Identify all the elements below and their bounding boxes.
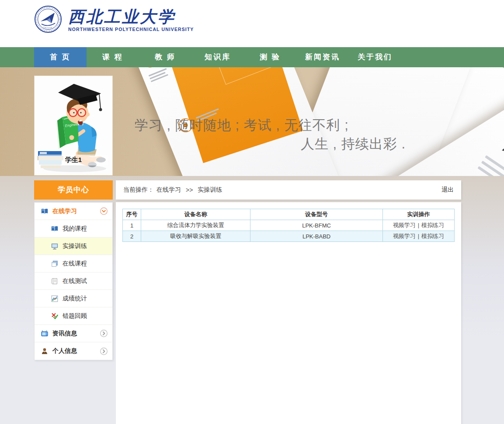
monitor-icon bbox=[51, 242, 59, 250]
student-card: Engineering bbox=[34, 76, 113, 176]
sidebar-item-label: 实操训练 bbox=[63, 242, 87, 250]
sidebar-item-score-stats[interactable]: 成绩统计 bbox=[35, 290, 112, 307]
scroll-icon bbox=[51, 277, 59, 285]
breadcrumb-link-practical-training[interactable]: 实操训练 bbox=[198, 186, 222, 194]
training-actions-cell: 视频学习|模拟练习 bbox=[382, 231, 454, 242]
main-navbar: 首 页课 程教 师知识库测 验新闻资讯关于我们 bbox=[0, 47, 504, 67]
video-learning-link[interactable]: 视频学习 bbox=[393, 222, 416, 228]
sidebar-item-label: 资讯信息 bbox=[52, 330, 77, 338]
chevron-down-icon bbox=[100, 207, 108, 215]
page: 西北工业大学 NORTHWESTERN POLYTECHNICAL UNIVER… bbox=[0, 0, 504, 424]
windows-icon bbox=[51, 260, 59, 268]
nav-item-teachers[interactable]: 教 师 bbox=[139, 47, 191, 67]
student-name: 学生1 bbox=[39, 155, 108, 165]
sidebar-item-label: 成绩统计 bbox=[63, 295, 87, 303]
table-row: 2吸收与解吸实验装置LPK-BABD视频学习|模拟练习 bbox=[123, 231, 455, 242]
nav-item-courses[interactable]: 课 程 bbox=[87, 47, 139, 67]
table-header-row: 序号设备名称设备型号实训操作 bbox=[123, 209, 455, 220]
nav-item-news[interactable]: 新闻资讯 bbox=[296, 47, 349, 67]
table-row: 1综合流体力学实验装置LPK-BFMC视频学习|模拟练习 bbox=[123, 220, 455, 231]
book-icon bbox=[41, 207, 49, 215]
book-icon bbox=[51, 225, 59, 233]
device-model-cell: LPK-BFMC bbox=[250, 220, 382, 231]
nav-item-knowledge-base[interactable]: 知识库 bbox=[191, 47, 244, 67]
university-emblem-icon bbox=[34, 5, 62, 35]
sidebar-item-online-tests[interactable]: 在线测试 bbox=[35, 272, 112, 290]
breadcrumb-separator: >> bbox=[186, 186, 193, 193]
breadcrumb-prefix: 当前操作： bbox=[123, 186, 154, 194]
nav-items: 首 页课 程教 师知识库测 验新闻资讯关于我们 bbox=[34, 47, 504, 67]
chevron-right-icon bbox=[100, 347, 108, 355]
breadcrumb: 当前操作： 在线学习 >> 实操训练 退出 bbox=[116, 180, 461, 200]
sidebar-item-news-info[interactable]: 资讯信息 bbox=[35, 325, 112, 342]
simulation-practice-link[interactable]: 模拟练习 bbox=[421, 233, 444, 239]
row-number-cell: 2 bbox=[123, 231, 141, 242]
chart-icon bbox=[51, 295, 59, 303]
banner-slogan-line2: 人生 , 持续出彩 . bbox=[301, 135, 406, 153]
sidebar-header: 学员中心 bbox=[34, 180, 113, 200]
device-name-cell: 吸收与解吸实验装置 bbox=[141, 231, 250, 242]
university-name-cn: 西北工业大学 bbox=[68, 8, 194, 26]
brochure-orange-panel bbox=[159, 67, 303, 163]
device-name-cell: 综合流体力学实验装置 bbox=[141, 220, 250, 231]
hero-banner: 学习 , 随时随地 ; 考试 , 无往不利 ; 人生 , 持续出彩 . bbox=[0, 67, 504, 176]
row-number-cell: 1 bbox=[123, 220, 141, 231]
sidebar-item-online-courses[interactable]: 在线课程 bbox=[35, 255, 112, 272]
sidebar-item-mistake-review[interactable]: 错题回顾 bbox=[35, 307, 112, 325]
sidebar-item-label: 个人信息 bbox=[52, 347, 77, 355]
tv-icon bbox=[41, 330, 49, 338]
nav-item-tests[interactable]: 测 验 bbox=[244, 47, 296, 67]
device-model-cell: LPK-BABD bbox=[250, 231, 382, 242]
site-header: 西北工业大学 NORTHWESTERN POLYTECHNICAL UNIVER… bbox=[0, 0, 504, 47]
table-header-cell: 序号 bbox=[123, 209, 141, 220]
video-learning-link[interactable]: 视频学习 bbox=[393, 233, 416, 239]
nav-item-home[interactable]: 首 页 bbox=[34, 47, 87, 67]
banner-slogan-line1: 学习 , 随时随地 ; 考试 , 无往不利 ; bbox=[135, 116, 349, 134]
main-panel: 序号设备名称设备型号实训操作 1综合流体力学实验装置LPK-BFMC视频学习|模… bbox=[116, 202, 461, 424]
sidebar-item-label: 在线测试 bbox=[63, 277, 87, 285]
sidebar: 学员中心 在线学习我的课程实操训练在线课程在线测试成绩统计错题回顾资讯信息个人信… bbox=[34, 180, 113, 360]
review-icon bbox=[51, 312, 59, 320]
device-table: 序号设备名称设备型号实训操作 1综合流体力学实验装置LPK-BFMC视频学习|模… bbox=[122, 209, 455, 242]
sidebar-item-label: 错题回顾 bbox=[63, 312, 87, 320]
chevron-right-icon bbox=[100, 329, 108, 338]
sidebar-item-practical-training[interactable]: 实操训练 bbox=[35, 238, 112, 255]
sidebar-item-online-learning[interactable]: 在线学习 bbox=[35, 203, 112, 220]
simulation-practice-link[interactable]: 模拟练习 bbox=[421, 222, 444, 228]
action-separator: | bbox=[418, 233, 419, 239]
nav-item-about-us[interactable]: 关于我们 bbox=[349, 47, 401, 67]
table-header-cell: 实训操作 bbox=[382, 209, 454, 220]
logout-button[interactable]: 退出 bbox=[441, 186, 454, 194]
content-area: 学员中心 在线学习我的课程实操训练在线课程在线测试成绩统计错题回顾资讯信息个人信… bbox=[0, 176, 504, 424]
sidebar-menu: 在线学习我的课程实操训练在线课程在线测试成绩统计错题回顾资讯信息个人信息 bbox=[34, 202, 113, 360]
sidebar-item-label: 我的课程 bbox=[63, 225, 87, 233]
table-header-cell: 设备型号 bbox=[250, 209, 382, 220]
university-name-en: NORTHWESTERN POLYTECHNICAL UNIVERSITY bbox=[68, 27, 194, 32]
breadcrumb-link-online-learning[interactable]: 在线学习 bbox=[156, 186, 181, 194]
table-header-cell: 设备名称 bbox=[141, 209, 250, 220]
main-column: 当前操作： 在线学习 >> 实操训练 退出 序号设备名称设备型号实训操作 1综合… bbox=[116, 180, 461, 424]
action-separator: | bbox=[418, 222, 419, 228]
sidebar-item-label: 在线课程 bbox=[63, 260, 87, 268]
sidebar-item-label: 在线学习 bbox=[52, 207, 77, 215]
training-actions-cell: 视频学习|模拟练习 bbox=[382, 220, 454, 231]
sidebar-item-my-courses[interactable]: 我的课程 bbox=[35, 220, 112, 238]
user-icon bbox=[41, 347, 49, 355]
university-logo[interactable]: 西北工业大学 NORTHWESTERN POLYTECHNICAL UNIVER… bbox=[34, 5, 194, 35]
brochure-circle-icon bbox=[141, 67, 159, 69]
sidebar-item-personal-info[interactable]: 个人信息 bbox=[35, 342, 112, 360]
